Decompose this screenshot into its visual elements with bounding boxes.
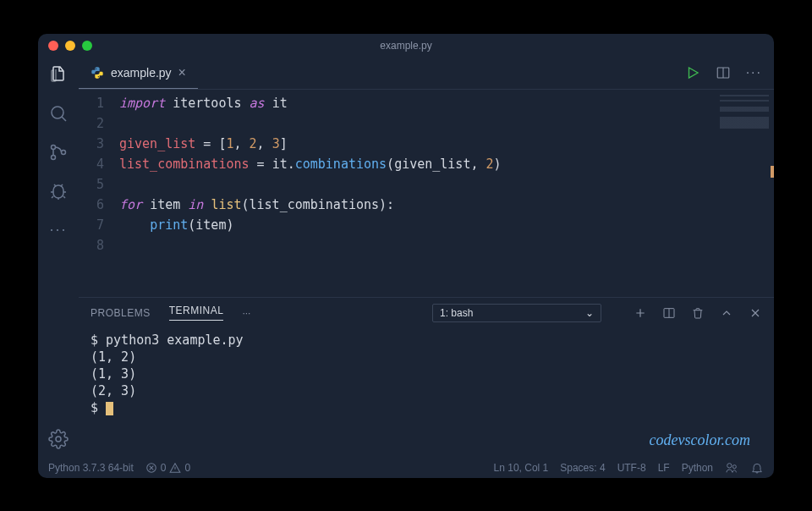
titlebar: example.py	[38, 34, 774, 58]
source-control-icon[interactable]	[48, 142, 69, 162]
python-file-icon	[91, 66, 104, 80]
more-icon[interactable]: ···	[48, 220, 69, 240]
svg-point-0	[52, 107, 63, 118]
svg-point-1	[52, 145, 56, 149]
code-content[interactable]: import itertools as it given_list = [1, …	[119, 93, 715, 297]
editor-area: 12345678 import itertools as it given_li…	[79, 90, 774, 297]
close-panel-icon[interactable]	[749, 306, 762, 320]
minimap-preview	[720, 95, 769, 129]
vscode-window: example.py ···	[38, 34, 774, 478]
panel-actions	[634, 306, 762, 320]
terminal-selector-label: 1: bash	[440, 307, 473, 319]
activity-bar: ···	[38, 58, 79, 458]
tab-close-icon[interactable]: ×	[178, 65, 186, 80]
panel-more-icon[interactable]: ···	[242, 307, 250, 319]
status-eol[interactable]: LF	[658, 462, 670, 474]
watermark: codevscolor.com	[650, 431, 750, 449]
tab-label: example.py	[111, 66, 172, 80]
split-editor-icon[interactable]	[716, 65, 731, 80]
split-terminal-icon[interactable]	[662, 306, 676, 320]
svg-point-4	[56, 437, 61, 442]
search-icon[interactable]	[48, 103, 69, 124]
tab-terminal[interactable]: TERMINAL	[169, 305, 224, 321]
close-window-button[interactable]	[48, 41, 58, 51]
status-problems[interactable]: 0 0	[145, 462, 190, 474]
debug-icon[interactable]	[48, 181, 69, 201]
editor-actions: ···	[685, 65, 774, 80]
notifications-icon[interactable]	[750, 461, 764, 475]
editor-tabs: example.py × ···	[79, 58, 774, 90]
new-terminal-icon[interactable]	[634, 306, 647, 320]
svg-point-8	[727, 463, 732, 467]
run-icon[interactable]	[685, 65, 700, 80]
line-numbers: 12345678	[79, 93, 119, 297]
panel-tabs: PROBLEMS TERMINAL ··· 1: bash ⌄	[79, 298, 774, 328]
more-actions-icon[interactable]: ···	[746, 65, 762, 80]
minimap[interactable]	[715, 90, 774, 297]
tab-example-py[interactable]: example.py ×	[79, 58, 198, 89]
feedback-icon[interactable]	[725, 461, 738, 475]
settings-gear-icon[interactable]	[48, 429, 69, 449]
tab-problems[interactable]: PROBLEMS	[91, 307, 151, 319]
status-language[interactable]: Python	[682, 462, 713, 474]
content-area: example.py × ··· 12345678 import iterto	[79, 58, 774, 458]
status-spaces[interactable]: Spaces: 4	[560, 462, 605, 474]
kill-terminal-icon[interactable]	[691, 306, 705, 320]
main-area: ··· example.py ×	[38, 58, 774, 458]
traffic-lights	[48, 41, 92, 51]
chevron-down-icon: ⌄	[585, 307, 594, 319]
svg-point-2	[52, 155, 56, 159]
window-title: example.py	[38, 40, 774, 52]
status-bar: Python 3.7.3 64-bit 0 0 Ln 10, Col 1 Spa…	[38, 458, 774, 478]
status-encoding[interactable]: UTF-8	[617, 462, 646, 474]
terminal-selector[interactable]: 1: bash ⌄	[432, 304, 601, 322]
status-interpreter[interactable]: Python 3.7.3 64-bit	[48, 462, 134, 474]
maximize-window-button[interactable]	[82, 41, 92, 51]
minimize-window-button[interactable]	[65, 41, 75, 51]
svg-point-9	[732, 464, 736, 468]
code-editor[interactable]: 12345678 import itertools as it given_li…	[79, 90, 715, 297]
minimap-highlight	[771, 166, 774, 178]
status-cursor[interactable]: Ln 10, Col 1	[494, 462, 549, 474]
explorer-icon[interactable]	[48, 64, 69, 85]
collapse-panel-icon[interactable]	[720, 306, 733, 320]
